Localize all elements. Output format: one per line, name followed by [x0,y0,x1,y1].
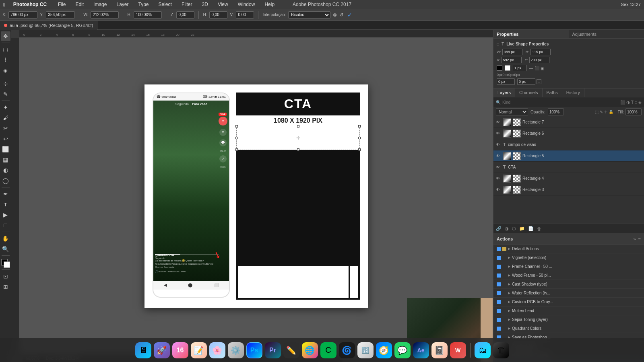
lock-pixels-icon[interactable]: ✎ [600,110,603,114]
menu-type[interactable]: Type [137,2,151,7]
crop-tool[interactable]: ⊹ [1,79,10,88]
x-input[interactable] [8,11,37,19]
new-group-button[interactable]: 📁 [519,226,525,231]
fill-input[interactable] [625,108,642,115]
action-quadrant[interactable]: ▶ Quadrant Colors [493,324,644,333]
w-input[interactable] [91,11,119,19]
move-tool[interactable]: ✥ [1,31,10,41]
blend-mode-select[interactable]: Normal Multiply Screen [496,108,528,115]
expand-panel-icon[interactable]: » [633,237,636,241]
active-file-tab[interactable]: aula .psd @ 66,7% (Rectangle 5, RGB/8#) [0,21,97,30]
handle-bottom-right[interactable] [358,148,361,151]
refresh-button[interactable]: ↺ [339,12,343,18]
pixel-kind-icon[interactable]: ⬛ [620,100,625,105]
visibility-eye[interactable]: 👁 [496,120,502,124]
dock-fancontrol[interactable]: 🌀 [339,342,355,358]
dock-notes[interactable]: 📝 [191,342,207,358]
cancel-transform-button[interactable]: ⊗ [333,12,337,18]
tab-history[interactable]: History [562,88,584,97]
smart-kind-icon[interactable]: ◈ [638,100,642,105]
selected-rectangle[interactable]: ✛ [236,126,360,150]
lasso-tool[interactable]: ⌇ [1,55,10,65]
y-prop-input[interactable] [529,57,549,63]
tab-layers[interactable]: Layers [493,88,515,97]
dock-finder[interactable]: 🖥 [135,342,151,358]
dock-safari[interactable]: 🧭 [376,342,392,358]
menu-3d[interactable]: 3D [200,2,210,7]
eyedropper-tool[interactable]: ✎ [1,89,10,99]
menu-help[interactable]: Help [263,2,276,7]
dock-aftereffects[interactable]: Ae [413,342,429,358]
dock-launchpad[interactable]: 🚀 [154,342,170,358]
stroke-color-box[interactable] [505,65,510,71]
app-name[interactable]: Photoshop CC [13,2,47,7]
dock-photoshop[interactable]: Ps [246,342,262,358]
menu-file[interactable]: File [56,2,67,7]
hand-tool[interactable]: ✋ [1,234,10,243]
dodge-tool[interactable]: ◯ [1,176,10,185]
add-adjustment-button[interactable]: ◑ [505,226,509,231]
back-button[interactable]: ◀ [164,283,167,287]
pen-tool[interactable]: ✒ [1,189,10,199]
quick-mask-mode[interactable]: ⊡ [1,272,10,281]
delete-layer-button[interactable]: 🗑 [537,226,541,231]
action-wood-frame[interactable]: ▶ Wood Frame - 50 pl... [493,271,644,280]
adjustments-tab[interactable]: Adjustments [569,30,644,38]
layer-rectangle6[interactable]: 👁 Rectangle 6 [493,128,644,139]
shape-kind-icon[interactable]: □ [635,100,637,105]
color-picker[interactable] [1,259,10,268]
healing-brush-tool[interactable]: ✦ [1,103,10,112]
new-layer-button[interactable]: 📄 [528,226,534,231]
opacity-input[interactable] [548,108,564,115]
screen-mode[interactable]: ⊞ [1,282,10,292]
handle-top-right[interactable] [358,125,361,128]
marquee-tool[interactable]: ⬚ [1,45,10,54]
dock-premiere[interactable]: Pr [265,342,281,358]
confirm-transform-button[interactable]: ✓ [347,12,352,18]
canvas-area[interactable]: 0 2 4 6 8 10 12 14 16 18 20 22 [11,30,493,362]
square-button[interactable]: ⬜ [214,283,219,287]
dock-calendar[interactable]: 16 [172,342,188,358]
action-water-reflection[interactable]: ▶ Water Reflection (ty... [493,289,644,298]
visibility-eye[interactable]: 👁 [496,154,502,158]
link-layers-button[interactable]: 🔗 [496,226,502,231]
dock-photos[interactable]: 🌸 [209,342,225,358]
handle-middle-left[interactable] [235,137,238,139]
eraser-tool[interactable]: ⬜ [1,144,10,154]
tab-paravoc[interactable]: Para você [192,102,207,106]
add-mask-button[interactable]: ⬡ [512,226,516,231]
menu-window[interactable]: Window [236,2,257,7]
home-button[interactable]: ⬤ [188,283,192,287]
hskew-input[interactable] [209,11,227,19]
visibility-eye[interactable]: 👁 [496,165,502,169]
lock-transparent-icon[interactable]: ⬚ [595,110,599,114]
dock-pencil[interactable]: ✏️ [283,342,299,358]
fill-color-box[interactable] [497,65,502,71]
interpolation-select[interactable]: Bicubic Bilinear Nearest Neighbor [288,11,330,19]
menu-view[interactable]: View [216,2,230,7]
align-left-icon[interactable]: ⬛ [535,66,539,70]
dock-whatsapp[interactable]: 💬 [394,342,411,358]
layer-rectangle5[interactable]: 👁 Rectangle 5 [493,150,644,162]
width-input[interactable] [502,49,522,55]
dock-wps[interactable]: W [450,342,466,358]
kind-search-input[interactable] [502,100,619,105]
dock-calculator[interactable]: 🔢 [357,342,374,358]
lock-all-icon[interactable]: 🔒 [609,110,613,114]
action-molten-lead[interactable]: ▶ Molten Lead [493,306,644,315]
handle-middle-right[interactable] [358,137,361,139]
handle-top-left[interactable] [235,125,238,128]
menu-filter[interactable]: Filter [180,2,194,7]
tab-seguindo[interactable]: Seguindo [175,102,189,106]
action-custom-rgb[interactable]: ▶ Custom RGB to Gray... [493,298,644,306]
tab-channels[interactable]: Channels [515,88,542,97]
apple-icon[interactable]:  [3,2,5,8]
path-selection-tool[interactable]: ▶ [1,210,10,220]
brush-tool[interactable]: 🖌 [1,113,10,123]
clone-stamp-tool[interactable]: ✂ [1,123,10,133]
link-icon[interactable]: □ [537,79,541,84]
layer-rectangle3[interactable]: 👁 Rectangle 3 [493,184,644,195]
gradient-tool[interactable]: ▦ [1,155,10,165]
visibility-eye[interactable]: 👁 [496,176,502,181]
handle-top-center[interactable] [297,125,299,128]
